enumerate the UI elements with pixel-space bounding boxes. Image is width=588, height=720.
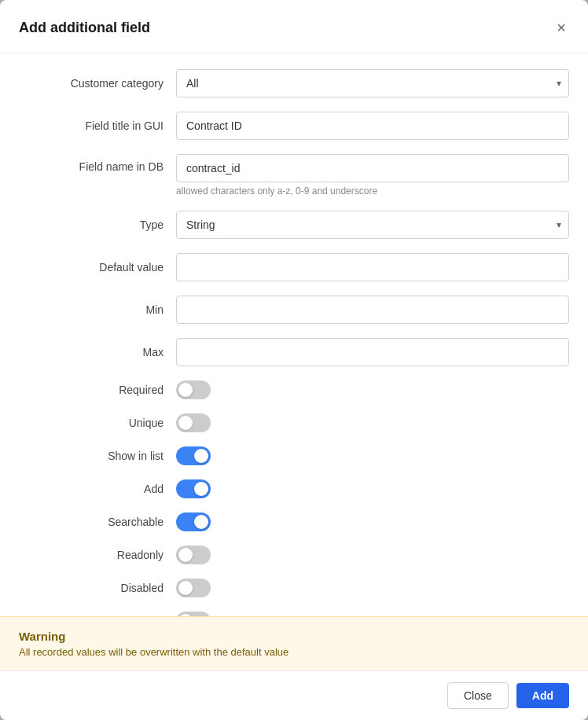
hidden-toggle[interactable] <box>176 612 211 616</box>
customer-category-select-wrapper: All B2B B2C ▾ <box>176 69 569 97</box>
field-title-label: Field title in GUI <box>19 119 176 132</box>
required-slider <box>176 380 211 399</box>
searchable-row: Searchable <box>19 512 569 531</box>
field-title-input[interactable] <box>176 112 569 140</box>
disabled-label: Disabled <box>19 582 176 594</box>
max-row: Max <box>19 338 569 366</box>
show-in-list-wrapper <box>176 446 569 465</box>
searchable-slider <box>176 512 211 531</box>
field-name-wrapper: allowed characters only a-z, 0-9 and und… <box>176 154 569 197</box>
type-wrapper: String Integer Float Boolean Date ▾ <box>176 211 569 239</box>
type-select-wrapper: String Integer Float Boolean Date ▾ <box>176 211 569 239</box>
show-in-list-slider <box>176 446 211 465</box>
add-field-row: Add <box>19 479 569 498</box>
customer-category-wrapper: All B2B B2C ▾ <box>176 69 569 97</box>
min-input[interactable] <box>176 296 569 324</box>
field-name-row: Field name in DB allowed characters only… <box>19 154 569 197</box>
required-toggle[interactable] <box>176 380 211 399</box>
customer-category-label: Customer category <box>19 77 176 90</box>
disabled-toggle[interactable] <box>176 579 211 597</box>
max-label: Max <box>19 346 176 358</box>
modal-container: Add additional field × Customer category… <box>0 0 588 720</box>
type-row: Type String Integer Float Boolean Date ▾ <box>19 211 569 239</box>
add-field-wrapper <box>176 479 569 498</box>
type-select[interactable]: String Integer Float Boolean Date <box>176 211 569 239</box>
modal-body: Customer category All B2B B2C ▾ Field ti… <box>0 53 588 616</box>
readonly-toggle[interactable] <box>176 546 211 564</box>
disabled-slider <box>176 579 211 597</box>
searchable-label: Searchable <box>19 516 176 528</box>
disabled-wrapper <box>176 579 569 597</box>
default-value-wrapper <box>176 253 569 281</box>
warning-title: Warning <box>19 630 569 643</box>
modal-header: Add additional field × <box>0 0 588 53</box>
add-field-label: Add <box>19 483 176 495</box>
warning-text: All recorded values will be overwritten … <box>19 646 569 658</box>
field-name-label: Field name in DB <box>19 154 176 173</box>
field-name-hint: allowed characters only a-z, 0-9 and und… <box>176 186 569 197</box>
customer-category-select[interactable]: All B2B B2C <box>176 69 569 97</box>
unique-toggle[interactable] <box>176 413 211 432</box>
add-button[interactable]: Add <box>516 683 569 708</box>
searchable-wrapper <box>176 512 569 531</box>
searchable-toggle[interactable] <box>176 512 211 531</box>
max-wrapper <box>176 338 569 366</box>
unique-row: Unique <box>19 413 569 432</box>
show-in-list-toggle[interactable] <box>176 446 211 465</box>
unique-label: Unique <box>19 417 176 429</box>
required-label: Required <box>19 384 176 396</box>
show-in-list-row: Show in list <box>19 446 569 465</box>
close-button[interactable]: Close <box>447 682 509 709</box>
unique-slider <box>176 413 211 432</box>
readonly-label: Readonly <box>19 549 176 561</box>
readonly-row: Readonly <box>19 546 569 564</box>
customer-category-row: Customer category All B2B B2C ▾ <box>19 69 569 97</box>
warning-box: Warning All recorded values will be over… <box>0 616 588 670</box>
field-name-input[interactable] <box>176 154 569 182</box>
min-row: Min <box>19 296 569 324</box>
add-toggle[interactable] <box>176 479 211 498</box>
max-input[interactable] <box>176 338 569 366</box>
required-wrapper <box>176 380 569 399</box>
default-value-row: Default value <box>19 253 569 281</box>
default-value-input[interactable] <box>176 253 569 281</box>
readonly-slider <box>176 546 211 564</box>
type-label: Type <box>19 219 176 231</box>
default-value-label: Default value <box>19 261 176 274</box>
required-row: Required <box>19 380 569 399</box>
close-icon-button[interactable]: × <box>553 16 569 40</box>
min-label: Min <box>19 303 176 316</box>
modal-footer: Close Add <box>0 670 588 720</box>
hidden-slider <box>176 612 211 616</box>
min-wrapper <box>176 296 569 324</box>
disabled-row: Disabled <box>19 579 569 597</box>
close-icon: × <box>557 19 566 37</box>
unique-wrapper <box>176 413 569 432</box>
modal-overlay: Add additional field × Customer category… <box>0 0 588 720</box>
readonly-wrapper <box>176 546 569 564</box>
show-in-list-label: Show in list <box>19 450 176 462</box>
modal-title: Add additional field <box>19 20 150 36</box>
field-title-row: Field title in GUI <box>19 112 569 140</box>
add-slider <box>176 479 211 498</box>
field-title-wrapper <box>176 112 569 140</box>
